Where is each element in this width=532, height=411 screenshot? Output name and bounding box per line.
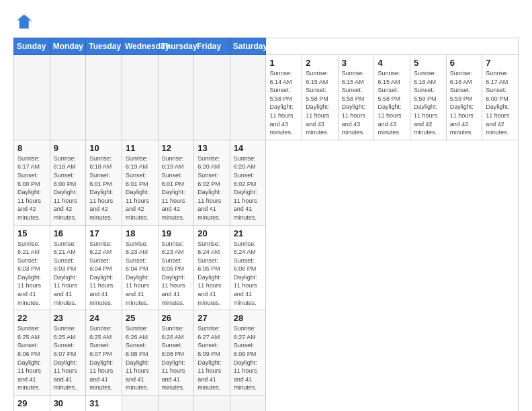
calendar-day-cell [230, 55, 266, 140]
day-info: Sunrise: 6:19 AMSunset: 6:01 PMDaylight:… [126, 155, 149, 221]
calendar-day-cell: 27 Sunrise: 6:27 AMSunset: 6:09 PMDaylig… [194, 310, 230, 396]
day-number: 26 [162, 313, 191, 323]
day-info: Sunrise: 6:14 AMSunset: 5:58 PMDaylight:… [269, 70, 293, 136]
calendar-day-cell: 8 Sunrise: 6:17 AMSunset: 6:00 PMDayligh… [14, 140, 50, 225]
day-number: 18 [126, 228, 154, 238]
day-number: 22 [17, 313, 46, 323]
day-number: 31 [89, 398, 118, 408]
weekday-header-sunday: Sunday [14, 38, 50, 55]
calendar-day-cell: 29 Sunrise: 6:28 AMSunset: 6:10 PMDaylig… [14, 396, 50, 412]
day-number: 8 [17, 143, 46, 153]
calendar-day-cell: 25 Sunrise: 6:26 AMSunset: 6:08 PMDaylig… [122, 310, 158, 396]
day-info: Sunrise: 6:27 AMSunset: 6:09 PMDaylight:… [197, 325, 221, 391]
calendar-day-cell: 15 Sunrise: 6:21 AMSunset: 6:03 PMDaylig… [14, 225, 50, 310]
day-info: Sunrise: 6:16 AMSunset: 5:59 PMDaylight:… [450, 70, 474, 136]
day-number: 29 [17, 398, 46, 408]
calendar-day-cell: 28 Sunrise: 6:27 AMSunset: 6:09 PMDaylig… [230, 310, 266, 396]
calendar-day-cell: 6 Sunrise: 6:16 AMSunset: 5:59 PMDayligh… [446, 55, 482, 140]
calendar-week-row: 1 Sunrise: 6:14 AMSunset: 5:58 PMDayligh… [14, 55, 519, 140]
calendar-day-cell: 12 Sunrise: 6:19 AMSunset: 6:01 PMDaylig… [158, 140, 194, 225]
calendar-day-cell [194, 396, 230, 412]
day-info: Sunrise: 6:21 AMSunset: 6:03 PMDaylight:… [54, 240, 77, 306]
day-number: 5 [414, 58, 443, 68]
day-info: Sunrise: 6:20 AMSunset: 6:02 PMDaylight:… [197, 155, 221, 221]
calendar-day-cell: 30 Sunrise: 6:28 AMSunset: 6:10 PMDaylig… [50, 396, 86, 412]
calendar-table: SundayMondayTuesdayWednesdayThursdayFrid… [13, 38, 519, 411]
day-number: 24 [89, 313, 118, 323]
calendar-day-cell: 24 Sunrise: 6:25 AMSunset: 6:07 PMDaylig… [86, 310, 122, 396]
calendar-day-cell: 17 Sunrise: 6:22 AMSunset: 6:04 PMDaylig… [86, 225, 122, 310]
weekday-header-wednesday: Wednesday [122, 38, 158, 55]
calendar-week-row: 15 Sunrise: 6:21 AMSunset: 6:03 PMDaylig… [14, 225, 519, 310]
page: SundayMondayTuesdayWednesdayThursdayFrid… [0, 0, 532, 411]
day-number: 21 [234, 228, 263, 238]
calendar-day-cell: 22 Sunrise: 6:25 AMSunset: 6:06 PMDaylig… [14, 310, 50, 396]
day-info: Sunrise: 6:24 AMSunset: 6:06 PMDaylight:… [234, 240, 257, 306]
weekday-header-row: SundayMondayTuesdayWednesdayThursdayFrid… [14, 38, 519, 55]
day-number: 6 [450, 58, 479, 68]
day-number: 19 [162, 228, 191, 238]
day-info: Sunrise: 6:25 AMSunset: 6:06 PMDaylight:… [17, 325, 41, 391]
calendar-day-cell: 19 Sunrise: 6:23 AMSunset: 6:05 PMDaylig… [158, 225, 194, 310]
day-info: Sunrise: 6:25 AMSunset: 6:07 PMDaylight:… [54, 325, 77, 391]
calendar-day-cell: 9 Sunrise: 6:18 AMSunset: 6:00 PMDayligh… [50, 140, 86, 225]
calendar-day-cell: 1 Sunrise: 6:14 AMSunset: 5:58 PMDayligh… [266, 55, 302, 140]
day-number: 13 [197, 143, 226, 153]
day-number: 15 [17, 228, 46, 238]
day-info: Sunrise: 6:15 AMSunset: 5:58 PMDaylight:… [306, 70, 329, 136]
calendar-day-cell [86, 55, 122, 140]
calendar-day-cell: 21 Sunrise: 6:24 AMSunset: 6:06 PMDaylig… [230, 225, 266, 310]
day-info: Sunrise: 6:17 AMSunset: 6:00 PMDaylight:… [486, 70, 509, 136]
day-number: 20 [197, 228, 226, 238]
day-number: 23 [54, 313, 83, 323]
logo [13, 12, 35, 31]
day-number: 10 [89, 143, 118, 153]
weekday-header-friday: Friday [194, 38, 230, 55]
day-number: 7 [486, 58, 515, 68]
day-info: Sunrise: 6:16 AMSunset: 5:59 PMDaylight:… [414, 70, 437, 136]
calendar-day-cell: 7 Sunrise: 6:17 AMSunset: 6:00 PMDayligh… [482, 55, 519, 140]
calendar-day-cell [122, 55, 158, 140]
day-number: 11 [126, 143, 154, 153]
calendar-day-cell: 14 Sunrise: 6:20 AMSunset: 6:02 PMDaylig… [230, 140, 266, 225]
header [13, 12, 519, 31]
day-info: Sunrise: 6:19 AMSunset: 6:01 PMDaylight:… [162, 155, 185, 221]
day-number: 27 [197, 313, 226, 323]
day-number: 12 [162, 143, 191, 153]
calendar-day-cell [158, 396, 194, 412]
day-info: Sunrise: 6:23 AMSunset: 6:04 PMDaylight:… [126, 240, 149, 306]
day-info: Sunrise: 6:26 AMSunset: 6:08 PMDaylight:… [126, 325, 149, 391]
day-info: Sunrise: 6:23 AMSunset: 6:05 PMDaylight:… [162, 240, 185, 306]
calendar-day-cell [194, 55, 230, 140]
calendar-day-cell: 10 Sunrise: 6:18 AMSunset: 6:01 PMDaylig… [86, 140, 122, 225]
day-info: Sunrise: 6:26 AMSunset: 6:08 PMDaylight:… [162, 325, 185, 391]
calendar-week-row: 8 Sunrise: 6:17 AMSunset: 6:00 PMDayligh… [14, 140, 519, 225]
day-number: 14 [234, 143, 263, 153]
calendar-day-cell: 20 Sunrise: 6:24 AMSunset: 6:05 PMDaylig… [194, 225, 230, 310]
day-info: Sunrise: 6:17 AMSunset: 6:00 PMDaylight:… [17, 155, 41, 221]
day-info: Sunrise: 6:15 AMSunset: 5:58 PMDaylight:… [342, 70, 365, 136]
weekday-header-tuesday: Tuesday [86, 38, 122, 55]
calendar-week-row: 22 Sunrise: 6:25 AMSunset: 6:06 PMDaylig… [14, 310, 519, 396]
day-number: 9 [54, 143, 83, 153]
calendar-day-cell [50, 55, 86, 140]
day-info: Sunrise: 6:24 AMSunset: 6:05 PMDaylight:… [197, 240, 221, 306]
logo-icon [13, 12, 32, 31]
calendar-day-cell: 2 Sunrise: 6:15 AMSunset: 5:58 PMDayligh… [302, 55, 339, 140]
calendar-day-cell [122, 396, 158, 412]
day-number: 30 [54, 398, 83, 408]
calendar-day-cell: 5 Sunrise: 6:16 AMSunset: 5:59 PMDayligh… [410, 55, 447, 140]
day-number: 4 [378, 58, 406, 68]
day-number: 2 [306, 58, 335, 68]
calendar-day-cell: 23 Sunrise: 6:25 AMSunset: 6:07 PMDaylig… [50, 310, 86, 396]
day-number: 28 [234, 313, 263, 323]
calendar-day-cell [230, 396, 266, 412]
weekday-header-monday: Monday [50, 38, 86, 55]
calendar-day-cell: 26 Sunrise: 6:26 AMSunset: 6:08 PMDaylig… [158, 310, 194, 396]
calendar-day-cell: 13 Sunrise: 6:20 AMSunset: 6:02 PMDaylig… [194, 140, 230, 225]
day-number: 3 [342, 58, 371, 68]
calendar-day-cell: 31 Sunrise: 6:29 AMSunset: 6:11 PMDaylig… [86, 396, 122, 412]
day-info: Sunrise: 6:20 AMSunset: 6:02 PMDaylight:… [234, 155, 257, 221]
calendar-week-row: 29 Sunrise: 6:28 AMSunset: 6:10 PMDaylig… [14, 396, 519, 412]
calendar-day-cell: 18 Sunrise: 6:23 AMSunset: 6:04 PMDaylig… [122, 225, 158, 310]
